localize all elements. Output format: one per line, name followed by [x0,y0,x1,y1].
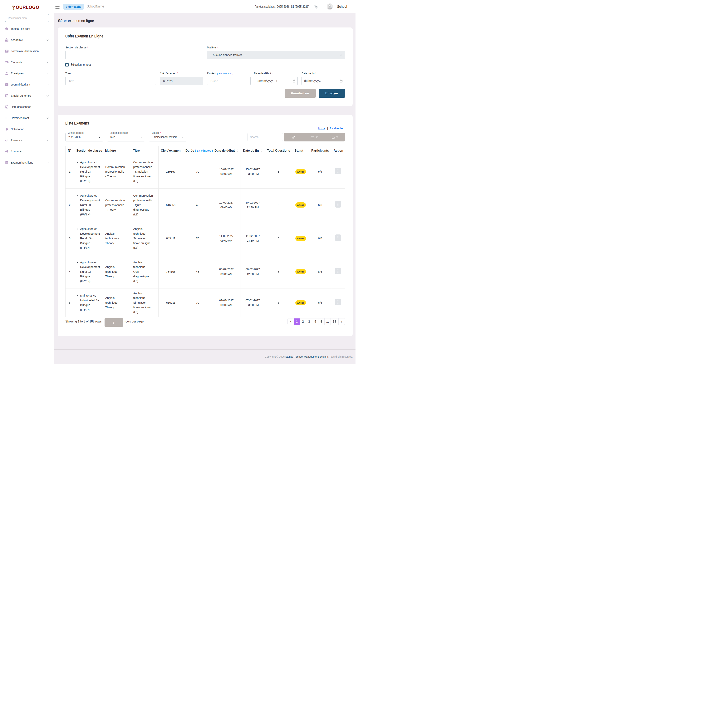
svg-text:AVAILABLE: AVAILABLE [328,8,332,9]
